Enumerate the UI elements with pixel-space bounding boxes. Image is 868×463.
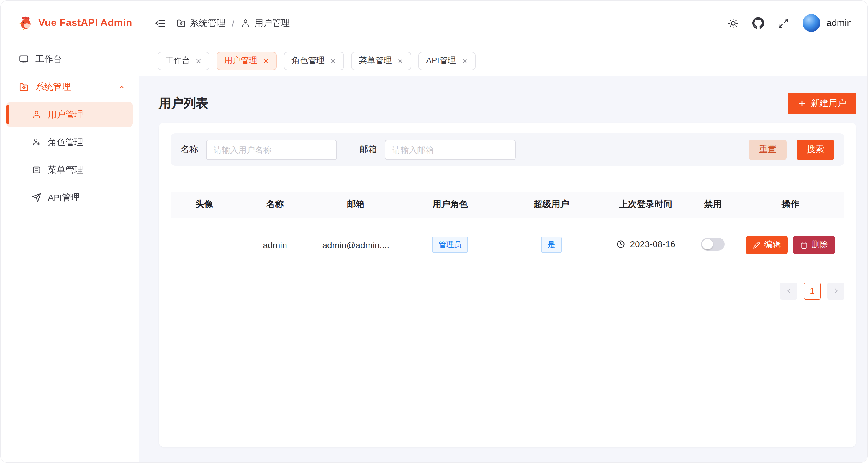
- name-filter-label: 名称: [181, 144, 198, 155]
- close-icon[interactable]: [262, 58, 269, 64]
- role-cell: 管理员: [400, 218, 501, 272]
- user-icon: [241, 18, 250, 28]
- edit-label: 编辑: [764, 239, 781, 250]
- disabled-cell: [689, 218, 737, 272]
- pagination-prev-button[interactable]: [780, 282, 797, 299]
- tab-label: 菜单管理: [359, 56, 392, 66]
- column-last-login: 上次登录时间: [602, 192, 689, 218]
- email-filter-input[interactable]: [385, 139, 516, 160]
- clock-icon: [616, 239, 625, 249]
- close-icon[interactable]: [461, 58, 468, 64]
- column-avatar: 头像: [170, 192, 238, 218]
- column-name: 名称: [238, 192, 312, 218]
- sidebar-item-users[interactable]: 用户管理: [6, 102, 133, 127]
- sidebar-item-label: 系统管理: [35, 81, 71, 92]
- actions-cell: 编辑 删除: [736, 218, 844, 272]
- name-cell: admin: [238, 218, 312, 272]
- new-user-button[interactable]: 新建用户: [788, 92, 856, 114]
- sidebar-item-roles[interactable]: 角色管理: [6, 130, 133, 155]
- disabled-toggle[interactable]: [701, 237, 725, 251]
- close-icon[interactable]: [195, 58, 202, 64]
- topbar-actions: admin: [728, 14, 852, 32]
- brand-title: Vue FastAPI Admin: [38, 17, 132, 29]
- sidebar-item-label: API管理: [48, 192, 80, 203]
- tab-roles[interactable]: 角色管理: [284, 52, 344, 70]
- breadcrumb-item-users[interactable]: 用户管理: [241, 18, 290, 29]
- brand: Vue FastAPI Admin: [1, 1, 139, 45]
- sidebar-item-menus[interactable]: 菜单管理: [6, 158, 133, 182]
- column-disabled: 禁用: [689, 192, 737, 218]
- column-actions: 操作: [736, 192, 844, 218]
- pagination: 1: [170, 282, 844, 299]
- breadcrumb-separator: /: [232, 18, 234, 28]
- sidebar-item-workbench[interactable]: 工作台: [6, 46, 133, 71]
- breadcrumb: 系统管理 / 用户管理: [177, 18, 290, 29]
- page-title: 用户列表: [159, 95, 208, 111]
- app-window: Vue FastAPI Admin 工作台: [0, 0, 868, 463]
- tab-users[interactable]: 用户管理: [217, 52, 277, 70]
- sidebar-item-system[interactable]: 系统管理: [6, 74, 133, 99]
- close-icon[interactable]: [330, 58, 336, 64]
- trash-icon: [800, 241, 808, 249]
- topbar: 系统管理 / 用户管理: [139, 1, 867, 45]
- rocket-icon: [32, 193, 41, 202]
- sidebar-submenu-system: 用户管理 角色管理: [6, 102, 133, 210]
- pagination-next-button[interactable]: [827, 282, 844, 299]
- breadcrumb-label: 用户管理: [254, 18, 290, 29]
- sidebar-item-label: 菜单管理: [48, 164, 83, 175]
- github-icon[interactable]: [753, 17, 765, 29]
- user-icon: [32, 110, 41, 119]
- superuser-cell: 是: [501, 218, 602, 272]
- users-card: 名称 邮箱 重置 搜索: [159, 123, 856, 447]
- folder-gear-icon: [19, 82, 29, 92]
- main-area: 系统管理 / 用户管理: [139, 1, 867, 462]
- tab-workbench[interactable]: 工作台: [158, 52, 210, 70]
- delete-button[interactable]: 删除: [793, 236, 835, 254]
- chevron-right-icon: [832, 287, 839, 294]
- tab-label: 用户管理: [224, 56, 257, 66]
- close-icon[interactable]: [397, 58, 404, 64]
- chevron-up-icon: [118, 83, 126, 91]
- theme-sun-icon[interactable]: [728, 18, 739, 29]
- breadcrumb-item-system[interactable]: 系统管理: [177, 18, 225, 29]
- folder-gear-icon: [177, 18, 186, 28]
- user-menu[interactable]: admin: [803, 14, 852, 32]
- tab-menus[interactable]: 菜单管理: [351, 52, 411, 70]
- breadcrumb-label: 系统管理: [190, 18, 225, 29]
- page-content: 用户列表 新建用户 名称 邮箱 重置: [139, 76, 867, 462]
- reset-button[interactable]: 重置: [749, 139, 786, 160]
- plus-icon: [798, 99, 806, 107]
- tab-label: API管理: [426, 56, 456, 66]
- page-head: 用户列表 新建用户: [159, 87, 856, 120]
- name-filter-input[interactable]: [206, 139, 337, 160]
- sidebar: Vue FastAPI Admin 工作台: [1, 1, 139, 462]
- users-table: 头像 名称 邮箱 用户角色 超级用户 上次登录时间 禁用 操作: [170, 192, 844, 272]
- avatar-cell: [170, 218, 238, 272]
- filter-actions: 重置 搜索: [749, 139, 834, 160]
- pagination-page-1[interactable]: 1: [804, 282, 821, 299]
- tab-api[interactable]: API管理: [418, 52, 475, 70]
- role-icon: [32, 137, 41, 147]
- search-button[interactable]: 搜索: [797, 139, 834, 160]
- chevron-left-icon: [785, 287, 792, 294]
- username: admin: [827, 18, 852, 28]
- last-login-value: 2023-08-16: [630, 239, 675, 249]
- sidebar-item-label: 工作台: [35, 54, 62, 65]
- edit-button[interactable]: 编辑: [746, 236, 788, 254]
- column-role: 用户角色: [400, 192, 501, 218]
- role-tag: 管理员: [432, 236, 468, 253]
- menu-icon: [32, 165, 41, 174]
- sidebar-item-label: 用户管理: [48, 109, 83, 120]
- collapse-sidebar-icon[interactable]: [155, 18, 166, 29]
- delete-label: 删除: [811, 239, 828, 250]
- fullscreen-icon[interactable]: [778, 18, 789, 29]
- last-login-cell: 2023-08-16: [602, 218, 689, 272]
- sidebar-item-label: 角色管理: [48, 136, 83, 148]
- column-email: 邮箱: [312, 192, 400, 218]
- superuser-tag: 是: [541, 236, 561, 253]
- column-superuser: 超级用户: [501, 192, 602, 218]
- pencil-icon: [753, 241, 761, 249]
- tabbar: 工作台 用户管理 角色管理: [139, 45, 867, 76]
- avatar: [803, 14, 820, 32]
- sidebar-item-api[interactable]: API管理: [6, 185, 133, 210]
